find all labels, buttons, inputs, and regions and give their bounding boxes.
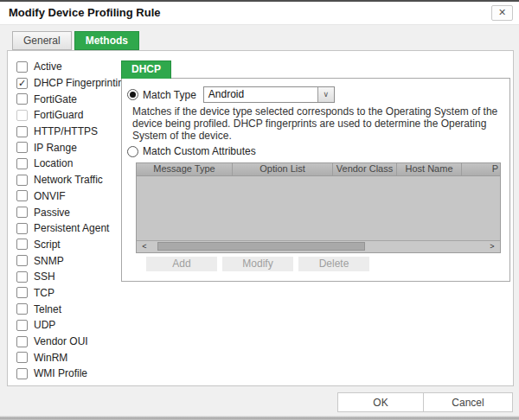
method-item-script[interactable]: Script — [16, 237, 130, 253]
match-custom-attributes-label: Match Custom Attributes — [143, 145, 256, 157]
method-item-udp[interactable]: UDP — [16, 317, 130, 334]
unchecked-checkbox[interactable] — [16, 320, 28, 331]
dhcp-section-tab: DHCP — [121, 60, 171, 79]
match-custom-row: Match Custom Attributes — [127, 145, 256, 157]
unchecked-checkbox[interactable] — [16, 158, 28, 169]
table-action-buttons: AddModifyDelete — [146, 257, 369, 271]
unchecked-checkbox[interactable] — [16, 61, 28, 73]
method-item-label: FortiGuard — [34, 109, 83, 121]
match-type-select[interactable]: Android ∨ — [203, 86, 335, 103]
scroll-left-icon[interactable]: < — [138, 241, 151, 252]
unchecked-checkbox[interactable] — [16, 239, 28, 250]
method-item-label: WMI Profile — [34, 367, 87, 379]
method-item-telnet[interactable]: Telnet — [16, 301, 130, 317]
method-item-network-traffic[interactable]: Network Traffic — [16, 172, 130, 188]
chevron-down-icon[interactable]: ∨ — [317, 87, 334, 102]
column-header-vendor-class: Vendor Class — [333, 163, 397, 175]
method-item-fortiguard[interactable]: FortiGuard — [16, 107, 130, 124]
tab-strip: General Methods — [12, 31, 139, 50]
method-item-label: FortiGate — [34, 93, 77, 105]
checked-checkbox[interactable]: ✓ — [16, 78, 28, 89]
method-checkbox-list: Active✓DHCP FingerprintingFortiGateForti… — [16, 59, 130, 382]
unchecked-checkbox[interactable] — [16, 352, 28, 363]
modify-button[interactable]: Modify — [222, 257, 293, 271]
method-item-wmi-profile[interactable]: WMI Profile — [16, 366, 130, 382]
scrollbar-thumb[interactable] — [157, 242, 365, 251]
unchecked-checkbox[interactable] — [16, 126, 28, 137]
ok-button[interactable]: OK — [337, 392, 424, 412]
close-button[interactable]: ✕ — [491, 5, 513, 21]
tab-methods[interactable]: Methods — [74, 31, 139, 50]
match-type-selected-value: Android — [208, 88, 244, 100]
method-item-label: TCP — [34, 287, 54, 299]
unchecked-checkbox[interactable] — [16, 368, 28, 379]
method-item-fortigate[interactable]: FortiGate — [16, 91, 130, 107]
tab-general[interactable]: General — [12, 31, 72, 50]
table-body-empty — [137, 176, 500, 240]
unchecked-checkbox[interactable] — [16, 223, 28, 234]
unchecked-checkbox[interactable] — [16, 207, 28, 218]
method-item-label: ONVIF — [34, 190, 66, 202]
method-item-label: Network Traffic — [34, 174, 103, 186]
method-item-label: Telnet — [34, 303, 61, 315]
method-item-active[interactable]: Active — [16, 59, 130, 75]
unchecked-checkbox[interactable] — [16, 336, 28, 347]
unchecked-checkbox[interactable] — [16, 303, 28, 315]
match-type-description: Matches if the device type selected corr… — [132, 105, 508, 142]
custom-attributes-table: Message TypeOption ListVendor ClassHost … — [136, 162, 501, 253]
method-item-passive[interactable]: Passive — [16, 204, 130, 220]
column-header-message-type: Message Type — [137, 163, 233, 175]
unchecked-checkbox[interactable] — [16, 142, 28, 153]
method-item-label: HTTP/HTTPS — [34, 125, 98, 137]
method-item-label: SSH — [34, 270, 55, 283]
table-header-row: Message TypeOption ListVendor ClassHost … — [137, 163, 500, 176]
method-item-label: Persistent Agent — [34, 222, 109, 234]
column-header-host-name: Host Name — [397, 163, 462, 175]
scroll-right-icon[interactable]: > — [486, 241, 498, 252]
modify-device-profiling-rule-dialog: Modify Device Profiling Rule ✕ General M… — [0, 0, 519, 420]
method-item-http-https[interactable]: HTTP/HTTPS — [16, 124, 130, 140]
method-item-label: Active — [34, 60, 62, 73]
method-item-snmp[interactable]: SNMP — [16, 252, 130, 269]
method-item-label: WinRM — [34, 352, 67, 364]
method-item-label: Script — [34, 239, 61, 251]
method-item-persistent-agent[interactable]: Persistent Agent — [16, 220, 130, 237]
dialog-bottom-edge — [0, 416, 519, 420]
match-type-label: Match Type — [143, 89, 196, 101]
method-item-label: Passive — [34, 207, 70, 219]
method-item-label: UDP — [34, 319, 55, 331]
dialog-title: Modify Device Profiling Rule — [9, 2, 161, 24]
add-button[interactable]: Add — [146, 257, 217, 271]
match-type-radio[interactable] — [127, 89, 138, 100]
cancel-button[interactable]: Cancel — [423, 392, 513, 412]
dhcp-settings-group: Match Type Android ∨ Matches if the devi… — [121, 78, 510, 282]
unchecked-checkbox[interactable] — [16, 93, 28, 105]
unchecked-checkbox[interactable] — [16, 190, 28, 201]
method-item-location[interactable]: Location — [16, 156, 130, 172]
unchecked-checkbox[interactable] — [16, 271, 28, 283]
method-item-label: IP Range — [34, 142, 77, 154]
unchecked-checkbox[interactable] — [16, 110, 28, 121]
method-item-dhcp-fingerprinting[interactable]: ✓DHCP Fingerprinting — [16, 75, 130, 92]
unchecked-checkbox[interactable] — [16, 287, 28, 298]
method-item-ip-range[interactable]: IP Range — [16, 139, 130, 156]
method-item-vendor-oui[interactable]: Vendor OUI — [16, 334, 130, 350]
match-type-row: Match Type Android ∨ — [127, 86, 335, 103]
unchecked-checkbox[interactable] — [16, 175, 28, 186]
unchecked-checkbox[interactable] — [16, 255, 28, 266]
method-item-label: Location — [34, 157, 73, 169]
close-icon: ✕ — [498, 7, 506, 17]
method-item-tcp[interactable]: TCP — [16, 285, 130, 302]
method-item-label: DHCP Fingerprinting — [34, 77, 130, 89]
delete-button[interactable]: Delete — [298, 257, 369, 271]
dialog-titlebar: Modify Device Profiling Rule ✕ — [0, 2, 519, 25]
checkmark-icon: ✓ — [18, 78, 26, 88]
match-custom-attributes-radio[interactable] — [127, 146, 138, 157]
method-item-winrm[interactable]: WinRM — [16, 349, 130, 366]
horizontal-scrollbar[interactable]: < > — [137, 240, 500, 252]
method-item-label: SNMP — [34, 255, 64, 267]
method-item-ssh[interactable]: SSH — [16, 269, 130, 285]
column-header-option-list: Option List — [233, 163, 333, 175]
column-header-p: P — [462, 163, 500, 175]
method-item-onvif[interactable]: ONVIF — [16, 188, 130, 205]
